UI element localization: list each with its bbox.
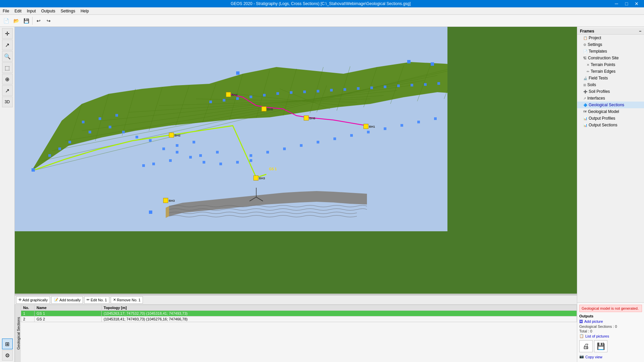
bh6-marker — [304, 116, 309, 120]
output-sections-label: Output Sections — [589, 123, 617, 127]
copy-view-icon: 📷 — [579, 354, 584, 359]
tree-item-interfaces[interactable]: ↗Interfaces — [577, 95, 644, 102]
right-sidebar-tree: Frames − 📋Project⚙Settings📄Templates🏗Con… — [577, 27, 644, 302]
svg-rect-46 — [189, 156, 192, 159]
tree-item-soils[interactable]: ⊞Soils — [577, 81, 644, 88]
svg-text:BH6: BH6 — [309, 117, 315, 120]
tree-item-project[interactable]: 📋Project — [577, 35, 644, 41]
svg-rect-77 — [58, 147, 61, 150]
output-sections-icon: 📊 — [583, 123, 587, 127]
col-name: Name — [35, 305, 102, 311]
close-button[interactable]: ✕ — [632, 0, 641, 7]
open-button[interactable]: 📂 — [11, 16, 21, 25]
menu-edit[interactable]: Edit — [12, 8, 24, 14]
move-tool-button[interactable]: ✛ — [2, 28, 13, 39]
svg-rect-93 — [193, 141, 195, 143]
tree-item-settings[interactable]: ⚙Settings — [577, 41, 644, 48]
row-name: GS 2 — [35, 316, 102, 322]
soil-profiles-label: Soil Profiles — [589, 89, 610, 94]
svg-rect-89 — [434, 117, 437, 120]
svg-rect-81 — [300, 144, 303, 147]
tree-item-output-sections[interactable]: 📊Output Sections — [577, 122, 644, 128]
zoom-tool-button[interactable]: 🔍 — [2, 51, 13, 62]
table-row[interactable]: 1GS 1(1045263,17; 747532,70) (1045318,41… — [21, 311, 577, 316]
construction-site-icon: 🏗 — [583, 56, 587, 60]
menu-file[interactable]: File — [0, 8, 12, 14]
add-picture-button[interactable]: Add picture — [584, 319, 603, 323]
svg-rect-79 — [266, 151, 269, 154]
toolbar: 📄 📂 💾 ↩ ↪ — [0, 15, 644, 27]
table-row[interactable]: 2GS 2(1045318,41; 747493,73) (1045276,16… — [21, 316, 577, 322]
collapse-icon[interactable]: − — [639, 29, 641, 34]
add-graphically-button[interactable]: ✛ Add graphically — [16, 296, 50, 304]
svg-rect-58 — [303, 90, 306, 93]
data-table[interactable]: No. Name Topology [m] 1GS 1(1045263,17; … — [21, 305, 577, 362]
row-no: 2 — [21, 316, 35, 322]
right-sidebar-outputs: Geological model is not generated. Outpu… — [577, 302, 644, 362]
terrain-edges-label: Terrain Edges — [591, 69, 615, 74]
tree-item-terrain-edges[interactable]: ✏Terrain Edges — [577, 68, 644, 75]
add-line-button[interactable]: ↗ — [2, 85, 13, 96]
viewport-3d[interactable]: BH4 BH5 BH6 BH1 BH2 BH3 BH3 — [15, 27, 577, 294]
table-section-label: Geological Sections — [15, 305, 21, 362]
save-pdf-button[interactable]: 💾 — [594, 340, 607, 352]
svg-rect-48 — [219, 163, 222, 165]
title-bar: GEOS 2020 - Stratigraphy (Logs, Cross Se… — [0, 0, 644, 7]
table-view-button[interactable]: ⊞ — [2, 339, 13, 349]
menu-input[interactable]: Input — [24, 8, 39, 14]
svg-rect-38 — [68, 141, 71, 143]
svg-rect-103 — [407, 60, 411, 63]
svg-rect-78 — [250, 154, 252, 157]
tree-item-templates[interactable]: 📄Templates — [577, 48, 644, 55]
soils-label: Soils — [587, 82, 596, 87]
frames-header: Frames − — [577, 28, 644, 35]
tree-item-geological-sections[interactable]: 🔷Geological Sections — [577, 102, 644, 108]
outputs-title: Outputs — [579, 314, 642, 318]
row-topology: (1045263,17; 747532,70) (1045318,41; 747… — [102, 311, 577, 316]
remove-button[interactable]: ✕ Remove No. 1 — [111, 296, 143, 304]
list-pictures-icon: 📋 — [579, 334, 584, 338]
svg-rect-47 — [203, 161, 205, 164]
svg-rect-76 — [48, 154, 51, 157]
svg-marker-30 — [166, 206, 169, 218]
edit-button[interactable]: ✏ Edit No. 1 — [84, 296, 109, 304]
select-tool-button[interactable]: ↗ — [2, 40, 13, 50]
menu-outputs[interactable]: Outputs — [39, 8, 58, 14]
region-select-button[interactable]: ⬚ — [2, 62, 13, 73]
save-button[interactable]: 💾 — [21, 16, 31, 25]
svg-rect-95 — [152, 163, 155, 165]
tree-item-soil-profiles[interactable]: ➕Soil Profiles — [577, 88, 644, 95]
list-pictures-button[interactable]: List of pictures — [585, 334, 609, 338]
maximize-button[interactable]: □ — [622, 0, 631, 7]
geological-model-label: Geological Model — [588, 109, 619, 114]
add-textually-button[interactable]: 📝 Add textually — [51, 296, 83, 304]
svg-rect-74 — [199, 154, 202, 157]
copy-view-button[interactable]: Copy view — [585, 355, 602, 359]
svg-rect-61 — [343, 88, 346, 91]
bottom-content: Geological Sections No. Name Topology [m… — [15, 305, 577, 362]
svg-rect-66 — [411, 84, 413, 86]
svg-rect-88 — [417, 121, 420, 123]
menu-settings[interactable]: Settings — [58, 8, 78, 14]
add-point-button[interactable]: ⊕ — [2, 74, 13, 84]
redo-button[interactable]: ↪ — [44, 16, 53, 25]
undo-button[interactable]: ↩ — [34, 16, 43, 25]
svg-rect-60 — [330, 89, 333, 92]
tree-item-geological-model[interactable]: 🗺Geological Model — [577, 108, 644, 115]
tree-item-output-profiles[interactable]: 📊Output Profiles — [577, 115, 644, 122]
geo-sections-stat: Geological Sections : 0 — [579, 324, 642, 328]
svg-rect-73 — [82, 121, 85, 123]
minimize-button[interactable]: ─ — [612, 0, 621, 7]
svg-rect-85 — [367, 131, 370, 133]
settings-view-button[interactable]: ⚙ — [2, 350, 13, 361]
svg-rect-92 — [176, 144, 178, 147]
tree-item-terrain-points[interactable]: ✕Terrain Points — [577, 61, 644, 68]
new-button[interactable]: 📄 — [1, 16, 11, 25]
tree-item-construction-site[interactable]: 🏗Construction Site — [577, 55, 644, 61]
tree-item-field-tests[interactable]: 🔬Field Tests — [577, 75, 644, 81]
svg-rect-106 — [149, 210, 152, 214]
print-button[interactable]: 🖨 — [579, 340, 593, 352]
rotate3d-button[interactable]: 3D — [2, 97, 13, 107]
menu-help[interactable]: Help — [78, 8, 92, 14]
list-pictures-row: 📋 List of pictures — [579, 334, 642, 338]
